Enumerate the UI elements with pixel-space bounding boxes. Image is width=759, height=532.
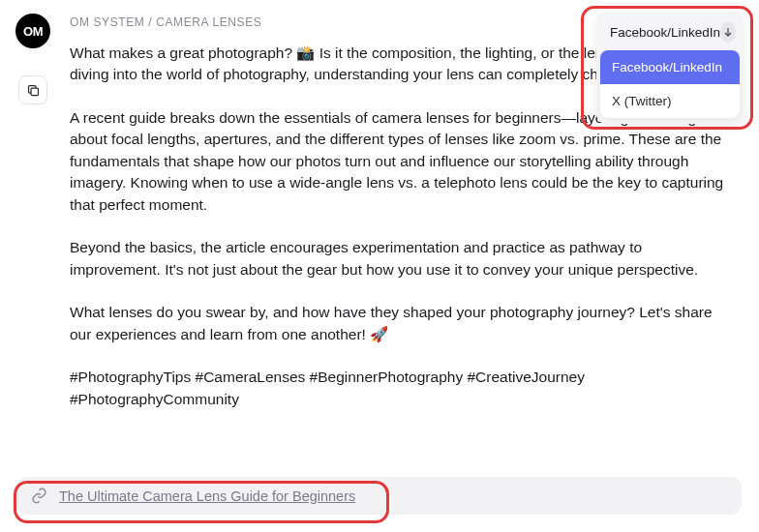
attached-link[interactable]: The Ultimate Camera Lens Guide for Begin… [17, 477, 742, 515]
dropdown-option-facebook-linkedin[interactable]: Facebook/LinkedIn [600, 50, 740, 84]
link-icon [31, 488, 47, 504]
avatar[interactable]: OM [15, 14, 50, 48]
svg-rect-0 [31, 88, 39, 96]
paragraph: Beyond the basics, the article encourage… [70, 237, 734, 281]
hashtags: #PhotographyTips #CameraLenses #Beginner… [70, 367, 734, 410]
attached-link-title: The Ultimate Camera Lens Guide for Begin… [59, 488, 355, 504]
platform-dropdown: Facebook/LinkedIn Facebook/LinkedIn X (T… [596, 12, 744, 124]
dropdown-option-label: X (Twitter) [612, 94, 672, 108]
avatar-initials: OM [23, 24, 43, 39]
left-rail: OM [10, 10, 56, 422]
copy-icon [26, 83, 41, 98]
dropdown-selected-label: Facebook/LinkedIn [610, 25, 720, 40]
dropdown-option-label: Facebook/LinkedIn [612, 60, 722, 74]
chevron-down-icon [720, 21, 736, 43]
copy-button[interactable] [18, 75, 47, 104]
paragraph: What lenses do you swear by, and how hav… [70, 302, 734, 345]
platform-dropdown-menu: Facebook/LinkedIn X (Twitter) [600, 50, 740, 118]
dropdown-option-x-twitter[interactable]: X (Twitter) [600, 84, 740, 118]
platform-dropdown-toggle[interactable]: Facebook/LinkedIn [598, 14, 742, 50]
